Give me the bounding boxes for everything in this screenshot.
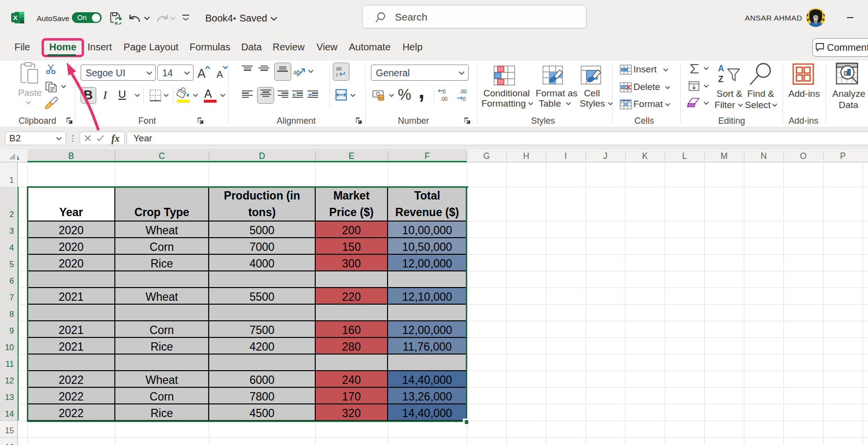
- svg-text:.0: .0: [461, 96, 466, 102]
- svg-text:Z: Z: [718, 74, 724, 82]
- svg-text:A: A: [718, 64, 724, 73]
- svg-text:c: c: [336, 71, 339, 77]
- svg-text:ab: ab: [293, 68, 301, 76]
- svg-text:.0: .0: [441, 89, 446, 94]
- svg-text:X: X: [13, 14, 18, 22]
- svg-text:.00: .00: [440, 96, 448, 102]
- svg-text:.00: .00: [459, 89, 467, 94]
- svg-text:ab: ab: [336, 66, 342, 71]
